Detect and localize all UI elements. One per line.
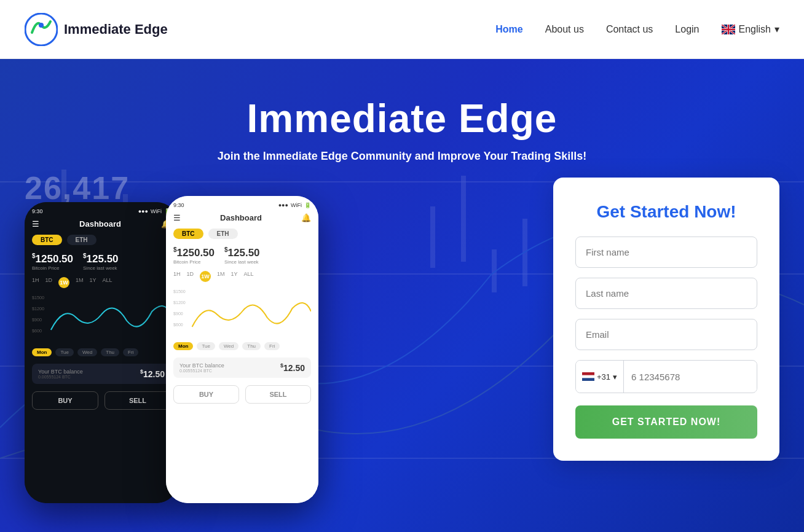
hero-content: 9:30 ●●●WiFi🔋 ☰ Dashboard 🔔 BTC ETH [0, 178, 804, 503]
phone-1-chart: $1500 $1200 $900 $600 [32, 293, 171, 342]
buy-button[interactable]: BUY [32, 391, 98, 410]
phone-1-time-tabs: 1H 1D 1W 1M 1Y ALL [32, 277, 171, 288]
hero-title-block: Immediate Edge Join the Immediate Edge C… [218, 59, 586, 163]
phone-2-btc-tab[interactable]: BTC [173, 229, 203, 239]
phone-2-chart: $1500 $1200 $900 $600 [173, 287, 311, 336]
phone-2-coin-tabs: BTC ETH [173, 229, 311, 239]
phone-2-btc-balance-amount: $12.50 [280, 362, 305, 373]
navbar: Immediate Edge Home About us Contact us … [0, 0, 804, 59]
nav-about[interactable]: About us [545, 24, 584, 35]
registration-form: Get Started Now! +31 ▾ GET STARTED NOW! [553, 178, 779, 461]
svg-text:$1500: $1500 [32, 295, 44, 300]
eth-tab[interactable]: ETH [67, 235, 97, 245]
svg-rect-25 [582, 372, 594, 375]
svg-point-0 [25, 14, 57, 45]
time-1h[interactable]: 1H [32, 277, 39, 288]
first-name-input[interactable] [575, 237, 757, 268]
time-1w[interactable]: 1W [58, 277, 69, 288]
phone-2-time-1d[interactable]: 1D [187, 271, 194, 282]
phone-code: +31 [597, 372, 610, 381]
form-title: Get Started Now! [575, 202, 757, 222]
day-mon[interactable]: Mon [32, 348, 52, 356]
btc-balance-sub: 0.00555124 BTC [38, 375, 83, 379]
hero-title: Immediate Edge [218, 96, 586, 141]
svg-text:$900: $900 [32, 318, 42, 323]
logo[interactable]: Immediate Edge [25, 13, 168, 46]
phone-1-day-tabs: Mon Tue Wed Thu Fri [32, 348, 171, 356]
btc-balance-amount: $12.50 [140, 369, 165, 379]
phone-2-day-fri[interactable]: Fri [264, 342, 280, 350]
day-tue[interactable]: Tue [55, 348, 74, 356]
btc-tab[interactable]: BTC [32, 235, 62, 245]
phone-2-eth-tab[interactable]: ETH [208, 229, 238, 239]
phone-1: 9:30 ●●●WiFi🔋 ☰ Dashboard 🔔 BTC ETH [25, 202, 178, 503]
svg-text:$1200: $1200 [173, 300, 186, 305]
day-fri[interactable]: Fri [123, 348, 138, 356]
nav-login[interactable]: Login [675, 24, 699, 35]
svg-text:$600: $600 [32, 329, 42, 334]
phone-1-time: 9:30 [32, 208, 43, 214]
phone-2-header: ☰ Dashboard 🔔 [173, 213, 311, 222]
phone-2-sell-button[interactable]: SELL [245, 385, 311, 404]
svg-text:$600: $600 [173, 323, 183, 327]
bitcoin-price-label: Bitcoin Price [32, 265, 73, 271]
phone-2-time-all[interactable]: ALL [244, 271, 254, 282]
chevron-down-icon: ▾ [774, 23, 779, 35]
time-all[interactable]: ALL [103, 277, 112, 288]
phone-2-buy-button[interactable]: BUY [173, 385, 239, 404]
get-started-button[interactable]: GET STARTED NOW! [575, 405, 757, 439]
svg-text:$1200: $1200 [32, 307, 44, 311]
phone-2-btc-balance-label: Your BTC balance [179, 362, 224, 369]
phones-wrap: 9:30 ●●●WiFi🔋 ☰ Dashboard 🔔 BTC ETH [25, 178, 430, 503]
time-1m[interactable]: 1M [76, 277, 84, 288]
svg-point-1 [39, 23, 44, 28]
phone-2-dashboard-title: Dashboard [181, 213, 301, 222]
svg-text:$900: $900 [173, 311, 183, 316]
phone-input-group: +31 ▾ [575, 360, 757, 393]
nav-contact[interactable]: Contact us [606, 24, 653, 35]
phone-number-input[interactable] [624, 362, 757, 392]
phone-2-hamburger-icon: ☰ [173, 213, 181, 222]
since-value: $125.50 [83, 252, 119, 265]
logo-text: Immediate Edge [64, 22, 168, 37]
email-input[interactable] [575, 319, 757, 350]
bitcoin-price: $1250.50 [32, 252, 73, 265]
btc-balance-label: Your BTC balance [38, 369, 83, 375]
day-thu[interactable]: Thu [101, 348, 119, 356]
phone-1-coin-tabs: BTC ETH [32, 235, 171, 245]
time-1y[interactable]: 1Y [90, 277, 97, 288]
sell-button[interactable]: SELL [104, 391, 171, 410]
phone-1-balance: Your BTC balance 0.00555124 BTC $12.50 [32, 364, 171, 384]
hamburger-icon: ☰ [32, 219, 39, 229]
phone-2-day-tue[interactable]: Tue [197, 342, 215, 350]
nav-links: Home About us Contact us Login English ▾ [495, 23, 779, 35]
phone-2-time-1y[interactable]: 1Y [231, 271, 238, 282]
svg-text:$1500: $1500 [173, 289, 186, 294]
nav-lang[interactable]: English ▾ [722, 23, 779, 35]
phone-2-statusbar: 9:30 ●●●WiFi🔋 [173, 202, 311, 208]
svg-rect-26 [582, 378, 594, 381]
phone-1-price-row: $1250.50 Bitcoin Price $125.50 Since las… [32, 252, 171, 271]
phone-2-day-wed[interactable]: Wed [219, 342, 238, 350]
phone-2-day-thu[interactable]: Thu [242, 342, 261, 350]
nav-home[interactable]: Home [495, 24, 522, 35]
phone-2-time-1w[interactable]: 1W [200, 271, 211, 282]
phone-country-select[interactable]: +31 ▾ [576, 361, 624, 393]
day-wed[interactable]: Wed [77, 348, 97, 356]
logo-icon [25, 13, 58, 46]
phone-2-btc-balance-sub: 0.00555124 BTC [179, 369, 224, 373]
phone-2-time: 9:30 [173, 202, 184, 208]
phone-2-day-mon[interactable]: Mon [173, 342, 193, 350]
phone-dropdown-icon: ▾ [613, 372, 617, 381]
phone-1-statusbar: 9:30 ●●●WiFi🔋 [32, 208, 171, 214]
phone-2: 9:30 ●●●WiFi🔋 ☰ Dashboard 🔔 BTC ETH [166, 196, 318, 503]
flag-icon [722, 25, 735, 34]
phone-2-buy-sell: BUY SELL [173, 385, 311, 404]
phone-2-since-value: $125.50 [224, 246, 260, 259]
phone-2-time-1m[interactable]: 1M [217, 271, 225, 282]
phone-2-since-label: Since last week [224, 259, 260, 265]
phone-2-time-1h[interactable]: 1H [173, 271, 181, 282]
last-name-input[interactable] [575, 278, 757, 309]
phone-2-bitcoin-price: $1250.50 [173, 246, 215, 259]
time-1d[interactable]: 1D [45, 277, 53, 288]
